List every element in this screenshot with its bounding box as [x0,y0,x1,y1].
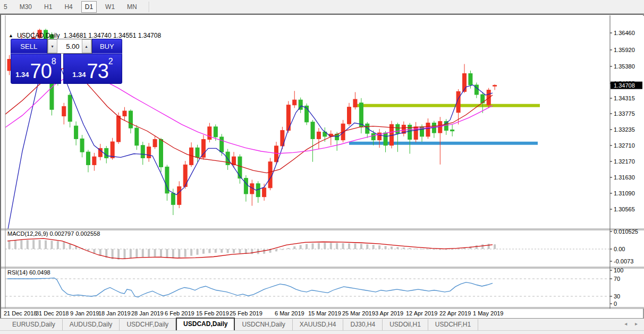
sell-price-prefix: 1.34 [15,70,29,80]
macd-histogram-bar [409,248,411,249]
macd-histogram-bar [494,244,496,249]
candle-body [105,148,108,158]
price-axis-label: 1.33775 [614,110,635,117]
buy-button[interactable]: BUY [92,39,122,54]
candle-body [451,130,454,131]
symbol-tab-usdoil-h1[interactable]: USDOil,H1 [383,319,428,330]
macd-histogram-bar [403,247,405,249]
time-axis-label: 25 Feb 2019 [230,310,262,316]
macd-axis-label: 0.010525 [614,228,638,235]
macd-axis-label: 0.00 [614,246,625,252]
candle-body [177,186,181,204]
chart-title: USDCAD,Daily [17,32,60,39]
tab-scroll-arrows[interactable]: ◂ ▸ [624,321,641,327]
time-axis-label: 22 Apr 2019 [439,310,471,316]
macd-histogram-bar [451,249,453,250]
timeframe-button-h4[interactable]: H4 [61,1,76,13]
candle-body [274,146,278,162]
timeframe-button-mn[interactable]: MN [123,1,141,13]
macd-histogram-bar [275,249,277,251]
price-axis-label: 1.31630 [614,174,635,181]
macd-histogram-bar [50,241,53,249]
one-click-trading-collapse-icon[interactable]: ▲ [9,33,13,38]
macd-histogram-bar [300,245,302,249]
timeframe-button-m30[interactable]: M30 [16,1,36,13]
symbol-tab-xauusd-h4[interactable]: XAUUSD,H4 [293,319,344,330]
candle-body [135,128,139,145]
time-axis-label: 12 Apr 2019 [406,310,437,316]
one-click-trade-panel: SELL ▾ ▴ BUY 1.34 70 8 1.34 73 2 [11,39,122,84]
macd-histogram-bar [433,249,435,250]
macd-histogram-bar [14,241,16,249]
candle-body [238,157,242,178]
macd-histogram-bar [318,243,320,249]
macd-histogram-bar [154,249,156,256]
candle-body [171,193,175,204]
candle-body [62,107,66,116]
candle-body [353,99,357,107]
macd-histogram-bar [306,244,308,249]
macd-histogram-bar [251,249,253,254]
macd-histogram-bar [481,244,484,249]
macd-histogram-bar [342,243,344,249]
time-axis-label: 6 Feb 2019 [165,310,194,316]
volume-decrease-button[interactable]: ▾ [48,39,57,53]
candle-body [244,178,248,194]
chart-window: 1.364601.359201.353801.348551.343151.337… [0,14,644,318]
macd-histogram-bar [9,241,11,249]
rsi-axis-label: 100 [614,267,623,273]
macd-histogram-bar [32,240,35,249]
price-axis-label: 1.33235 [614,126,635,133]
macd-histogram-bar [197,249,199,255]
candle-body [80,139,84,152]
macd-histogram-bar [312,243,314,249]
timeframe-button-h1[interactable]: H1 [40,1,56,13]
macd-histogram-bar [130,249,132,258]
macd-histogram-bar [123,249,125,259]
symbol-tab-usdcad-daily[interactable]: USDCAD,Daily [176,318,235,330]
candle-body [159,139,163,167]
macd-histogram-bar [287,248,290,249]
candle-body [348,107,351,124]
symbol-tab-usdcnh-daily[interactable]: USDCNH,Daily [235,319,292,330]
symbol-tab-bar: EURUSD,DailyAUDUSD,DailyUSDCHF,DailyUSDC… [0,318,644,330]
rsi-axis-label: 70 [614,276,620,282]
sell-price-pip-digit: 8 [52,58,56,65]
macd-histogram-bar [99,249,101,256]
macd-histogram-bar [45,241,47,249]
candle-body [201,139,205,157]
symbol-tab-eurusd-daily[interactable]: EURUSD,Daily [5,319,63,330]
symbol-tab-usdchf-h1[interactable]: USDCHF,H1 [428,319,478,330]
candle-body [493,85,497,87]
macd-histogram-bar [239,249,241,253]
chart-ohlc-values: 1.34681 1.34740 1.34551 1.34708 [64,32,162,39]
timeframe-button-w1[interactable]: W1 [101,1,118,13]
timeframe-button-d1[interactable]: D1 [81,1,97,13]
rsi-indicator-label: RSI(14) 60.0498 [7,269,50,276]
rsi-axis-label: 0 [614,301,617,307]
symbol-tab-dj30-h4[interactable]: DJ30,H4 [343,319,383,330]
candle-body [438,122,442,133]
price-axis-label: 1.32710 [614,142,635,149]
volume-input[interactable] [57,39,82,53]
timeframe-button-5[interactable]: 5 [0,1,11,13]
macd-histogram-bar [166,249,168,258]
sell-button[interactable]: SELL [11,39,47,54]
macd-histogram-bar [69,244,71,249]
macd-histogram-bar [184,249,187,257]
time-axis: 21 Dec 201831 Dec 20189 Jan 201918 Jan 2… [4,310,503,316]
time-axis-label: 25 Mar 2019 [342,310,375,316]
sell-price-big-digits: 70 [30,62,52,80]
buy-price-big-digits: 73 [87,62,108,80]
macd-histogram-bar [208,249,210,253]
time-axis-label: 1 May 2019 [473,310,503,316]
symbol-tab-usdchf-daily[interactable]: USDCHF,Daily [120,319,176,330]
macd-histogram-bar [63,242,65,249]
volume-increase-button[interactable]: ▴ [82,39,91,53]
symbol-tab-audusd-daily[interactable]: AUDUSD,Daily [63,319,120,330]
buy-price-quote[interactable]: 1.34 73 2 [63,54,122,84]
macd-histogram-bar [39,240,41,249]
buy-price-prefix: 1.34 [72,70,86,80]
sell-price-quote[interactable]: 1.34 70 8 [11,54,61,84]
macd-axis-label: -0.0073 [614,258,633,264]
